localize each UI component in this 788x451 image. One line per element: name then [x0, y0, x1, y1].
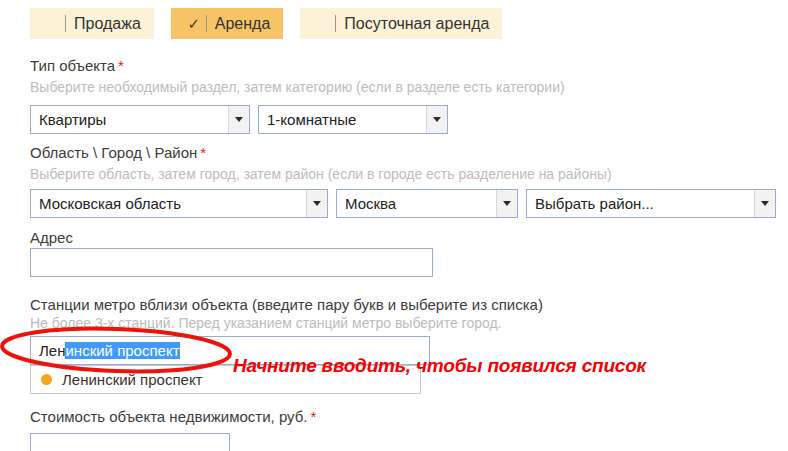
metro-label: Станции метро вблизи объекта (введите па… [30, 296, 543, 313]
city-select-value: Москва [337, 190, 496, 217]
metro-suggestion-text: Ленинский проспект [62, 371, 203, 388]
metro-typed-text: Лен [39, 342, 65, 359]
address-input[interactable] [30, 248, 433, 277]
tab-posutochnaya-arenda[interactable]: Посуточная аренда [300, 8, 502, 39]
location-label: Область \ Город \ Район* [30, 144, 206, 161]
chevron-down-icon [433, 117, 441, 122]
listing-form-page: Продажа ✓ Аренда Посуточная аренда Тип о… [0, 0, 788, 451]
chevron-down-icon [313, 201, 321, 206]
tab-label: Аренда [215, 15, 271, 33]
tab-separator [206, 15, 207, 32]
district-select-value: Выбрать район... [527, 190, 754, 217]
address-label: Адрес [30, 229, 73, 246]
region-select[interactable]: Московская область [30, 189, 328, 218]
chevron-down-icon [503, 201, 511, 206]
dropdown-arrow-button[interactable] [306, 190, 327, 217]
category-select[interactable]: 1-комнатные [258, 105, 448, 134]
price-label: Стоимость объекта недвижимости, руб.* [30, 408, 316, 425]
dropdown-arrow-button[interactable] [496, 190, 517, 217]
label-text: Тип объекта [30, 57, 115, 74]
metro-line-dot-icon [41, 374, 52, 385]
chevron-down-icon [235, 117, 243, 122]
tab-prodazha[interactable]: Продажа [30, 8, 154, 39]
tab-separator [335, 15, 336, 32]
metro-hint: Не более 3-х станций. Перед указанием ст… [30, 315, 502, 331]
object-type-selects: Квартиры 1-комнатные [30, 105, 448, 134]
dropdown-arrow-button[interactable] [228, 106, 249, 133]
district-select[interactable]: Выбрать район... [526, 189, 776, 218]
section-select-value: Квартиры [31, 106, 228, 133]
dropdown-arrow-button[interactable] [754, 190, 775, 217]
chevron-down-icon [761, 201, 769, 206]
metro-autocomplete-selection: инский проспект [65, 342, 179, 359]
location-selects: Московская область Москва Выбрать район.… [30, 189, 776, 218]
object-type-hint: Выберите необходимый раздел, затем катег… [30, 79, 565, 95]
tab-arenda[interactable]: ✓ Аренда [171, 8, 284, 39]
label-text: Область \ Город \ Район [30, 144, 197, 161]
tab-separator [65, 15, 66, 32]
check-icon: ✓ [184, 15, 204, 33]
required-asterisk: * [200, 144, 206, 161]
dropdown-arrow-button[interactable] [426, 106, 447, 133]
price-input[interactable] [30, 433, 230, 451]
region-select-value: Московская область [31, 190, 306, 217]
label-text: Стоимость объекта недвижимости, руб. [30, 408, 308, 425]
tab-label: Посуточная аренда [344, 15, 489, 33]
location-hint: Выберите область, затем город, затем рай… [30, 166, 612, 182]
tab-label: Продажа [74, 15, 141, 33]
object-type-label: Тип объекта* [30, 57, 124, 74]
required-asterisk: * [118, 57, 124, 74]
city-select[interactable]: Москва [336, 189, 518, 218]
red-annotation-text: Начните вводить, чтобы появился список [233, 355, 646, 377]
required-asterisk: * [311, 408, 317, 425]
category-select-value: 1-комнатные [259, 106, 426, 133]
deal-type-tabs: Продажа ✓ Аренда Посуточная аренда [30, 8, 502, 39]
section-select[interactable]: Квартиры [30, 105, 250, 134]
